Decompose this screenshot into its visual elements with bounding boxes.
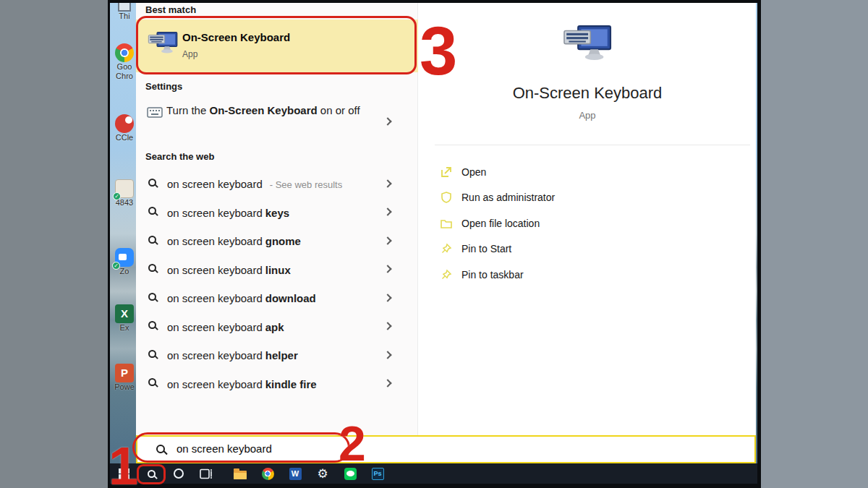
chevron-right-icon — [383, 179, 391, 187]
sync-check-icon: ✓ — [113, 192, 121, 200]
suggestion-text: on screen keyboardkeys — [167, 207, 294, 219]
action-label: Open file location — [461, 218, 540, 229]
suggestion-text: on screen keyboard- See web results — [167, 178, 342, 190]
details-subtitle: App — [419, 110, 756, 121]
desktop-icon-label: CCle — [110, 133, 139, 142]
chevron-right-icon — [383, 117, 391, 125]
word-button[interactable]: W — [281, 463, 309, 484]
chevron-right-icon — [383, 322, 391, 330]
chevron-right-icon — [383, 380, 391, 388]
details-panel: On-Screen Keyboard App Open Run as admin… — [419, 3, 756, 463]
chevron-right-icon — [383, 265, 391, 273]
web-suggestion[interactable]: on screen keyboardapk — [136, 313, 418, 342]
letterbox-right — [761, 0, 868, 488]
suggestion-text: on screen keyboardgnome — [167, 235, 305, 247]
action-open[interactable]: Open — [419, 159, 756, 185]
search-icon — [148, 321, 156, 329]
taskbar: W ⚙ Ps — [110, 463, 757, 484]
task-view-button[interactable] — [192, 463, 220, 484]
annotation-rect-search-input — [132, 432, 350, 463]
desktop-icon-chrome[interactable]: Goo Chro — [110, 43, 139, 81]
sync-check-icon: ✓ — [112, 262, 120, 270]
desktop-icon-label: Goo — [110, 62, 139, 72]
suggestion-text: on screen keyboardlinux — [167, 264, 295, 276]
web-suggestion[interactable]: on screen keyboardhelper — [136, 341, 418, 370]
on-screen-keyboard-icon-large — [562, 25, 613, 71]
open-icon — [441, 166, 452, 178]
this-pc-icon — [118, 3, 131, 12]
desktop-icon-powerpoint[interactable]: P Powe — [110, 364, 139, 392]
powerpoint-icon: P — [115, 364, 134, 382]
folder-icon — [441, 218, 452, 229]
annotation-rect-best-match — [136, 16, 417, 74]
cortana-button[interactable] — [165, 463, 192, 484]
web-suggestion[interactable]: on screen keyboardgnome — [136, 227, 418, 256]
search-icon — [148, 293, 156, 301]
file-explorer-icon — [234, 471, 247, 479]
desktop-icon-label: Chro — [110, 72, 139, 81]
annotation-number-3: 3 — [420, 24, 457, 78]
action-open-file-location[interactable]: Open file location — [419, 210, 756, 236]
settings-result-text: Turn the On-Screen Keyboard on or off — [166, 102, 378, 119]
search-the-web-header: Search the web — [145, 151, 214, 162]
chrome-button[interactable] — [254, 463, 281, 484]
details-actions: Open Run as administrator Open file loca… — [419, 159, 756, 288]
search-icon — [148, 350, 156, 358]
pin-icon — [441, 269, 452, 281]
web-suggestion[interactable]: on screen keyboardkeys — [136, 199, 418, 228]
action-label: Run as administrator — [461, 192, 555, 203]
gear-icon: ⚙ — [317, 468, 328, 480]
chevron-right-icon — [383, 208, 391, 216]
desktop-icon-label: Ex — [110, 323, 139, 333]
letterbox-left — [0, 0, 108, 488]
word-icon: W — [289, 468, 302, 480]
photoshop-icon: Ps — [372, 468, 384, 480]
ccleaner-icon — [115, 114, 134, 133]
suggestion-text: on screen keyboardapk — [167, 321, 289, 333]
action-label: Pin to Start — [461, 243, 511, 254]
action-pin-to-start[interactable]: Pin to Start — [419, 236, 756, 262]
suggestion-text: on screen keyboarddownload — [167, 292, 320, 304]
chevron-right-icon — [383, 294, 391, 301]
desktop-icon-ccleaner[interactable]: CCle — [110, 114, 139, 142]
zoom-icon: ✓ — [115, 248, 134, 267]
keyboard-icon — [147, 107, 163, 118]
photoshop-button[interactable]: Ps — [364, 463, 391, 484]
annotation-number-2: 2 — [339, 424, 366, 463]
desktop-icon-excel[interactable]: X Ex — [110, 304, 139, 333]
settings-header: Settings — [145, 81, 182, 92]
search-icon — [148, 264, 156, 272]
desktop-icon-label: Powe — [110, 382, 139, 392]
settings-result[interactable]: Turn the On-Screen Keyboard on or off — [136, 100, 418, 145]
chevron-right-icon — [383, 236, 391, 244]
web-suggestion[interactable]: on screen keyboard- See web results — [136, 170, 418, 199]
suggestion-text: on screen keyboardhelper — [167, 349, 302, 361]
web-suggestion[interactable]: on screen keyboardkindle fire — [136, 370, 418, 399]
web-suggestion[interactable]: on screen keyboardlinux — [136, 256, 418, 285]
task-view-icon — [200, 468, 213, 479]
search-icon — [148, 207, 156, 215]
annotation-number-1: 1 — [109, 445, 138, 487]
search-icon — [148, 236, 156, 244]
best-match-header: Best match — [145, 4, 196, 15]
file-explorer-button[interactable] — [226, 463, 254, 484]
action-label: Open — [461, 166, 486, 178]
desktop-icon-this-pc[interactable]: Thi — [110, 3, 139, 21]
chevron-right-icon — [383, 351, 391, 359]
search-icon — [148, 378, 156, 386]
chrome-icon — [115, 43, 134, 62]
web-suggestion[interactable]: on screen keyboarddownload — [136, 284, 418, 313]
pin-icon — [441, 243, 452, 254]
action-pin-to-taskbar[interactable]: Pin to taskbar — [419, 262, 756, 288]
settings-button[interactable]: ⚙ — [309, 463, 336, 484]
web-suggestions: on screen keyboard- See web results on s… — [136, 170, 418, 398]
desktop-icon-zoom[interactable]: ✓ Zo — [110, 248, 139, 276]
desktop-icon-label: Thi — [110, 12, 139, 21]
file-icon: ✓ — [115, 179, 134, 198]
divider — [435, 145, 750, 145]
desktop-icon-file[interactable]: ✓ 4843 — [110, 179, 139, 207]
shield-icon — [441, 192, 452, 203]
chrome-icon — [262, 468, 274, 480]
suggestion-text: on screen keyboardkindle fire — [167, 378, 321, 390]
action-run-as-administrator[interactable]: Run as administrator — [419, 185, 756, 211]
